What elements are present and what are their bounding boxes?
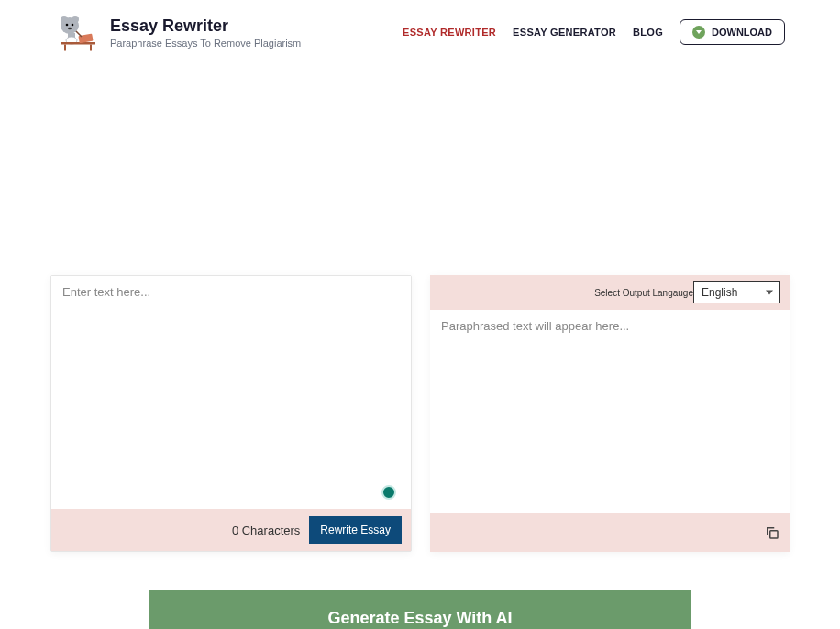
input-textarea[interactable]	[51, 276, 411, 458]
svg-rect-8	[64, 45, 66, 51]
header: Essay Rewriter Paraphrase Essays To Remo…	[0, 0, 840, 64]
char-count: 0 Characters	[232, 524, 300, 537]
download-button[interactable]: DOWNLOAD	[680, 19, 785, 45]
language-label: Select Output Langauge	[594, 288, 693, 298]
output-panel: Select Output Langauge English	[430, 275, 790, 552]
output-footer	[430, 513, 790, 552]
generate-essay-button[interactable]: Generate Essay With AI	[149, 590, 691, 629]
download-arrow-icon	[692, 26, 705, 39]
svg-point-2	[72, 16, 79, 23]
logo-area: Essay Rewriter Paraphrase Essays To Remo…	[55, 13, 301, 51]
language-select-wrap: English	[693, 281, 780, 303]
nav-essay-rewriter[interactable]: ESSAY REWRITER	[403, 27, 496, 38]
mascot-icon	[55, 13, 101, 51]
workspace: 0 Characters Rewrite Essay Select Output…	[0, 275, 840, 552]
output-area-wrap	[430, 310, 790, 513]
app-title: Essay Rewriter	[110, 17, 301, 36]
loading-indicator-icon	[381, 485, 396, 500]
nav-blog[interactable]: BLOG	[633, 27, 663, 38]
nav-essay-generator[interactable]: ESSAY GENERATOR	[513, 27, 616, 38]
svg-point-4	[72, 24, 74, 27]
tagline: Paraphrase Essays To Remove Plagiarism	[110, 38, 301, 49]
download-label: DOWNLOAD	[712, 27, 772, 38]
svg-line-11	[76, 31, 82, 37]
svg-point-3	[66, 24, 69, 27]
svg-rect-12	[770, 531, 778, 538]
copy-icon[interactable]	[764, 524, 780, 541]
output-textarea[interactable]	[430, 310, 790, 510]
language-select[interactable]: English	[693, 281, 780, 303]
svg-rect-9	[90, 45, 92, 51]
input-area-wrap	[51, 276, 411, 509]
language-bar: Select Output Langauge English	[430, 275, 790, 310]
svg-rect-7	[61, 42, 95, 45]
nav: ESSAY REWRITER ESSAY GENERATOR BLOG DOWN…	[403, 19, 785, 45]
input-panel: 0 Characters Rewrite Essay	[50, 275, 412, 552]
rewrite-button[interactable]: Rewrite Essay	[309, 516, 402, 544]
title-area: Essay Rewriter Paraphrase Essays To Remo…	[110, 17, 301, 49]
svg-point-5	[68, 28, 72, 30]
input-footer: 0 Characters Rewrite Essay	[51, 509, 411, 551]
svg-point-1	[61, 16, 68, 23]
